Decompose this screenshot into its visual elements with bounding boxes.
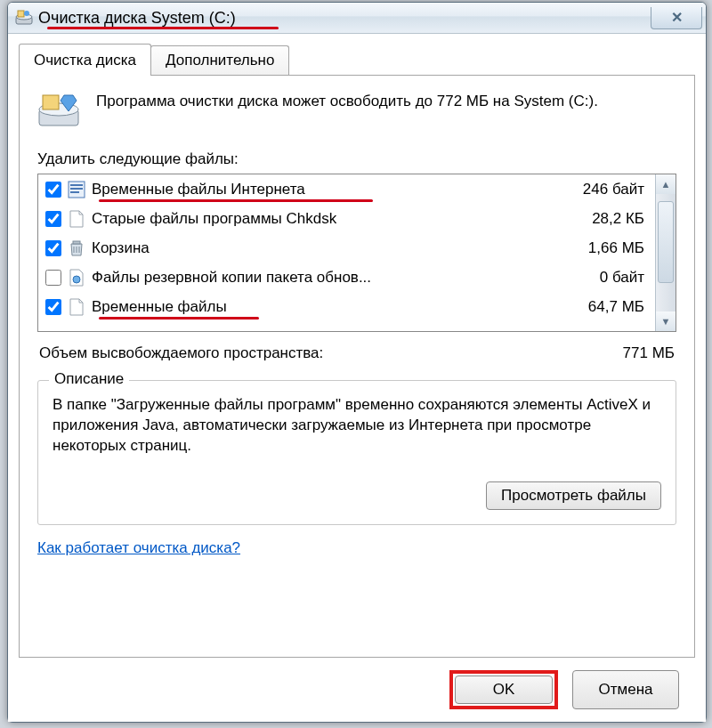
view-files-button[interactable]: Просмотреть файлы (486, 481, 661, 510)
ok-button[interactable]: OK (455, 675, 553, 704)
file-size: 246 байт (546, 181, 650, 198)
cancel-button[interactable]: Отмена (572, 670, 679, 709)
tab-advanced[interactable]: Дополнительно (150, 45, 289, 75)
svg-rect-10 (70, 191, 79, 193)
file-checkbox[interactable] (45, 299, 61, 315)
file-name: Файлы резервной копии пакета обнов... (92, 269, 546, 287)
close-button[interactable]: ✕ (651, 7, 702, 29)
scroll-down-button[interactable]: ▼ (656, 311, 676, 331)
scroll-track[interactable] (656, 194, 676, 311)
file-size: 1,66 МБ (546, 239, 650, 257)
svg-rect-11 (73, 241, 80, 244)
description-label: Описание (49, 370, 129, 388)
file-icon (67, 297, 86, 317)
svg-rect-8 (70, 184, 83, 186)
description-group: Описание В папке "Загруженные файлы прог… (37, 380, 676, 525)
scrollbar[interactable]: ▲ ▼ (655, 174, 676, 331)
file-row[interactable]: Файлы резервной копии пакета обнов... 0 … (38, 263, 655, 292)
recycle-bin-icon (67, 239, 86, 258)
svg-point-12 (73, 276, 80, 283)
file-name: Временные файлы (92, 298, 546, 316)
file-row[interactable]: Старые файлы программы Chkdsk 28,2 КБ (38, 204, 655, 233)
annotation-underline (47, 27, 279, 29)
disk-cleanup-icon (15, 9, 33, 27)
tab-page-cleanup: Программа очистки диска может освободить… (19, 75, 695, 658)
svg-point-3 (24, 11, 29, 16)
backup-file-icon (67, 268, 86, 287)
intro-text: Программа очистки диска может освободить… (96, 92, 598, 129)
file-checkbox[interactable] (45, 211, 61, 227)
file-checkbox[interactable] (45, 182, 61, 198)
titlebar[interactable]: Очистка диска System (C:) ✕ (8, 3, 706, 34)
file-name: Временные файлы Интернета (92, 181, 546, 198)
file-row[interactable]: Временные файлы 64,7 МБ (38, 292, 655, 321)
files-listbox[interactable]: Временные файлы Интернета 246 байт Стары… (37, 174, 676, 332)
disk-cleanup-window: Очистка диска System (C:) ✕ Очистка диск… (7, 2, 707, 723)
help-row: Как работает очистка диска? (37, 539, 676, 557)
dialog-footer: OK Отмена (19, 658, 695, 709)
annotation-underline (99, 317, 259, 320)
file-name: Корзина (92, 239, 546, 257)
scroll-up-button[interactable]: ▲ (656, 174, 676, 194)
file-checkbox[interactable] (45, 270, 61, 286)
total-label: Объем высвобождаемого пространства: (39, 344, 577, 362)
file-name: Старые файлы программы Chkdsk (92, 210, 546, 228)
help-link[interactable]: Как работает очистка диска? (37, 539, 240, 556)
annotation-underline (99, 199, 373, 202)
drive-icon (37, 92, 80, 129)
tabstrip: Очистка диска Дополнительно (19, 44, 695, 75)
svg-rect-6 (43, 95, 59, 109)
file-size: 64,7 МБ (546, 298, 650, 316)
svg-rect-9 (70, 188, 83, 190)
file-icon (67, 209, 86, 229)
total-value: 771 МБ (577, 344, 675, 362)
client-area: Очистка диска Дополнительно Программа оч… (8, 34, 706, 722)
files-list-label: Удалить следующие файлы: (37, 150, 676, 168)
internet-files-icon (67, 180, 86, 199)
file-row[interactable]: Временные файлы Интернета 246 байт (38, 174, 655, 204)
scroll-thumb[interactable] (658, 201, 674, 283)
intro-block: Программа очистки диска может освободить… (37, 92, 676, 129)
close-icon: ✕ (671, 9, 683, 26)
file-size: 0 байт (546, 269, 650, 287)
description-text: В папке "Загруженные файлы программ" вре… (53, 395, 661, 457)
svg-rect-2 (18, 11, 24, 17)
files-list-inner: Временные файлы Интернета 246 байт Стары… (38, 174, 655, 331)
annotation-highlight: OK (449, 670, 558, 709)
file-checkbox[interactable] (45, 240, 61, 256)
tab-cleanup[interactable]: Очистка диска (19, 44, 151, 76)
file-row[interactable]: Корзина 1,66 МБ (38, 233, 655, 263)
total-row: Объем высвобождаемого пространства: 771 … (39, 344, 675, 362)
window-title: Очистка диска System (C:) (38, 9, 236, 28)
file-size: 28,2 КБ (546, 210, 650, 228)
